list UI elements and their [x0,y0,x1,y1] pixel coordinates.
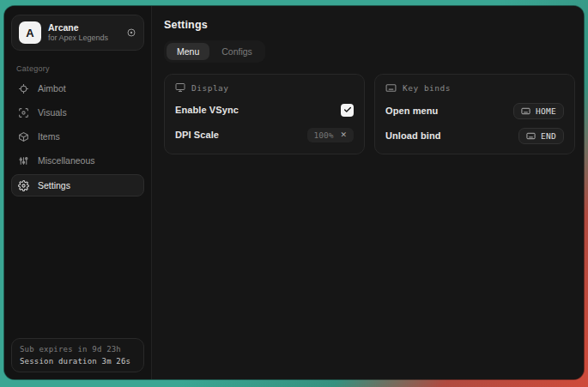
clear-icon[interactable]: ✕ [340,131,347,139]
unload-bind-row: Unload bind END [385,128,564,143]
keybinds-card-header: Key binds [385,82,564,94]
unload-bind-key: END [541,131,556,141]
tab-configs[interactable]: Configs [211,43,263,60]
tab-bar: Menu Configs [164,40,265,63]
keybinds-card: Key binds Open menu HOME Unload bin [374,74,575,154]
app-subtitle: for Apex Legends [48,33,119,43]
vsync-checkbox[interactable] [341,104,354,117]
open-menu-row: Open menu HOME [385,103,564,118]
app-title: Arcane [48,22,119,33]
open-menu-bind-button[interactable]: HOME [513,103,564,119]
sub-expires-text: Sub expires in 9d 23h [20,345,136,354]
main-content: Settings Menu Configs Display [152,6,584,379]
vsync-row: Enable VSync [175,102,354,118]
sidebar-item-visuals[interactable]: Visuals [11,102,144,123]
display-card-header: Display [175,82,354,93]
keyboard-icon [521,106,530,116]
dpi-scale-value: 100% [314,130,334,140]
sidebar-item-label: Settings [38,180,70,190]
settings-cards: Display Enable VSync DPI Scale 100% ✕ [164,74,575,154]
display-card: Display Enable VSync DPI Scale 100% ✕ [164,74,365,154]
display-card-title: Display [191,83,229,93]
keyboard-icon [385,82,397,94]
dpi-label: DPI Scale [175,130,219,140]
dpi-row: DPI Scale 100% ✕ [175,127,354,142]
session-duration-text: Session duration 3m 26s [20,357,136,366]
profile-card: A Arcane for Apex Legends [11,15,144,51]
subscription-info: Sub expires in 9d 23h Session duration 3… [11,338,144,372]
tab-menu[interactable]: Menu [167,43,209,60]
vsync-label: Enable VSync [175,105,239,115]
sliders-icon [18,155,29,166]
app-window: A Arcane for Apex Legends Category [4,6,584,379]
sidebar-item-settings[interactable]: Settings [11,174,144,197]
unload-bind-button[interactable]: END [518,128,564,144]
profile-text: Arcane for Apex Legends [48,22,119,43]
unload-bind-label: Unload bind [385,130,441,141]
sidebar-item-items[interactable]: Items [11,126,144,147]
sidebar-item-label: Visuals [38,107,67,118]
sidebar-item-aimbot[interactable]: Aimbot [11,78,144,99]
cube-icon [18,131,29,142]
scan-eye-icon [18,107,29,118]
sidebar-nav: Aimbot Visuals [4,78,151,197]
keyboard-icon [526,131,536,141]
status-icon[interactable] [126,27,136,38]
keybinds-card-title: Key binds [403,83,451,93]
monitor-icon [175,82,185,93]
sidebar-item-miscellaneous[interactable]: Miscellaneous [11,150,144,171]
crosshair-icon [18,83,29,94]
sidebar-item-label: Miscellaneous [38,155,95,166]
sidebar-item-label: Aimbot [38,83,66,94]
page-title: Settings [164,19,575,31]
open-menu-key: HOME [536,106,556,116]
sidebar-item-label: Items [38,131,60,142]
avatar: A [19,21,41,44]
gear-icon [18,180,29,191]
category-label: Category [16,64,139,73]
open-menu-label: Open menu [385,106,438,116]
dpi-scale-select[interactable]: 100% ✕ [307,128,354,142]
sidebar: A Arcane for Apex Legends Category [4,6,152,379]
